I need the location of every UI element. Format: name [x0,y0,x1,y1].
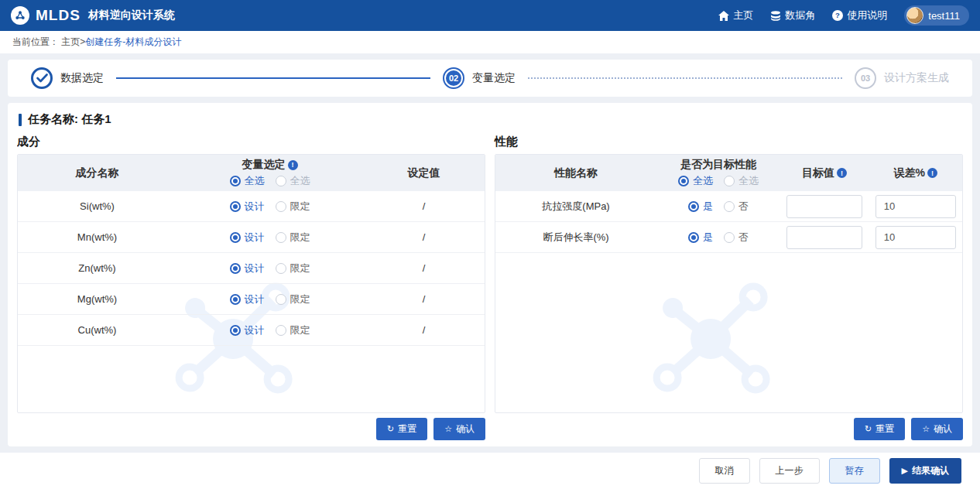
col-set-value: 设定值 [363,163,485,183]
info-icon[interactable]: ! [837,168,847,178]
error-percent-input[interactable] [875,195,956,218]
performance-panel: 性能 性能名称 [495,133,963,440]
svg-text:?: ? [835,11,840,19]
star-icon: ☆ [444,425,452,433]
error-percent-input[interactable] [875,226,956,249]
radio-off-icon [276,176,286,186]
cancel-button[interactable]: 取消 [699,458,750,484]
result-confirm-button[interactable]: ▶结果确认 [889,458,961,484]
design-radio[interactable]: 设计 [230,200,265,214]
task-title: 任务名称: 任务1 [19,112,961,127]
limit-radio[interactable]: 限定 [276,200,310,214]
brand-name: MLDS [36,7,81,24]
brand: MLDS 材料逆向设计系统 [11,6,175,25]
nav-help[interactable]: ? 使用说明 [832,9,887,22]
composition-row: Zn(wt%) 设计 限定 / [18,253,485,284]
set-value: / [363,231,485,243]
select-all-yes-radio[interactable]: 全选 [678,174,713,188]
database-icon [770,11,781,21]
yes-radio[interactable]: 是 [688,231,713,244]
info-icon[interactable]: ! [288,160,298,170]
step-connector-dotted [528,77,842,79]
limit-radio[interactable]: 限定 [276,262,310,275]
composition-panel: 成分 成分名称 [17,133,485,440]
breadcrumb: 当前位置： 主页>创建任务-材料成分设计 [0,31,980,53]
component-name: Si(wt%) [18,200,176,212]
footer-bar: 取消 上一步 暂存 ▶结果确认 [0,453,980,489]
task-label: 任务名称: [28,112,78,125]
info-icon[interactable]: ! [927,168,937,178]
col-is-target: 是否为目标性能 全选 全选 [656,155,780,191]
task-name: 任务1 [81,112,111,125]
radio-off-icon [276,325,286,336]
molecule-watermark [636,271,786,398]
radio-on-icon [230,263,241,274]
set-value: / [363,324,485,336]
limit-radio[interactable]: 限定 [276,292,310,306]
performance-name: 抗拉强度(MPa) [495,200,656,214]
radio-on-icon [230,232,241,243]
performance-row: 断后伸长率(%) 是 否 [495,222,962,253]
no-radio[interactable]: 否 [724,231,749,244]
step-1-label: 数据选定 [60,71,104,85]
col-performance-name: 性能名称 [495,163,656,183]
col-target-value: 目标值! [780,163,869,183]
brand-subtitle: 材料逆向设计系统 [88,9,175,22]
radio-off-icon [276,263,286,274]
radio-on-icon [688,201,699,212]
component-name: Zn(wt%) [18,262,176,274]
step-2-variable-selection: 02 变量选定 [443,67,516,89]
set-value: / [363,200,485,212]
target-value-input[interactable] [786,195,863,218]
check-icon [31,67,53,89]
radio-off-icon [276,201,286,212]
design-radio[interactable]: 设计 [230,231,265,244]
panels: 成分 成分名称 [17,133,963,440]
limit-radio[interactable]: 限定 [276,323,310,337]
composition-confirm-button[interactable]: ☆确认 [433,418,485,440]
composition-reset-button[interactable]: ↻重置 [376,418,427,440]
radio-on-icon [230,294,241,305]
radio-on-icon [688,232,699,243]
previous-step-button[interactable]: 上一步 [759,458,820,484]
main-card: 任务名称: 任务1 成分 [8,103,972,446]
composition-row: Mn(wt%) 设计 限定 / [18,222,485,253]
design-radio[interactable]: 设计 [230,323,265,337]
performance-header-row: 性能名称 是否为目标性能 全选 全选 目标值! 误差%! [495,155,962,191]
performance-confirm-button[interactable]: ☆确认 [911,418,963,440]
select-all-limit-radio[interactable]: 全选 [276,174,310,188]
target-value-input[interactable] [786,226,863,249]
no-radio[interactable]: 否 [724,200,749,214]
nav-data-label: 数据角 [785,9,815,22]
breadcrumb-home[interactable]: 主页 [61,36,80,47]
nav-data[interactable]: 数据角 [770,9,815,22]
select-all-design-radio[interactable]: 全选 [230,174,265,188]
breadcrumb-current[interactable]: 创建任务-材料成分设计 [85,36,181,47]
design-radio[interactable]: 设计 [230,262,265,275]
radio-off-icon [724,232,735,243]
breadcrumb-prefix: 当前位置： [12,36,59,47]
radio-off-icon [276,294,286,305]
performance-reset-button[interactable]: ↻重置 [854,418,905,440]
limit-radio[interactable]: 限定 [276,231,310,244]
select-all-no-radio[interactable]: 全选 [724,174,759,188]
title-accent-bar [19,114,22,126]
top-nav: 主页 数据角 ? 使用说明 test111 [718,5,969,26]
design-radio[interactable]: 设计 [230,292,265,306]
radio-off-icon [724,176,735,186]
nav-home-label: 主页 [733,9,753,22]
radio-on-icon [230,176,241,186]
save-draft-button[interactable]: 暂存 [829,458,880,484]
yes-radio[interactable]: 是 [688,200,713,214]
refresh-icon: ↻ [865,425,872,433]
col-component-name: 成分名称 [18,163,176,183]
step-3-design-generation: 03 设计方案生成 [855,67,949,89]
composition-row: Mg(wt%) 设计 限定 / [18,284,485,315]
radio-on-icon [230,201,241,212]
nav-home[interactable]: 主页 [718,9,753,22]
composition-row: Cu(wt%) 设计 限定 / [18,315,485,346]
stepper: 数据选定 02 变量选定 03 设计方案生成 [8,60,972,97]
user-menu[interactable]: test111 [904,5,969,26]
component-name: Mg(wt%) [18,293,176,305]
performance-row: 抗拉强度(MPa) 是 否 [495,191,962,222]
